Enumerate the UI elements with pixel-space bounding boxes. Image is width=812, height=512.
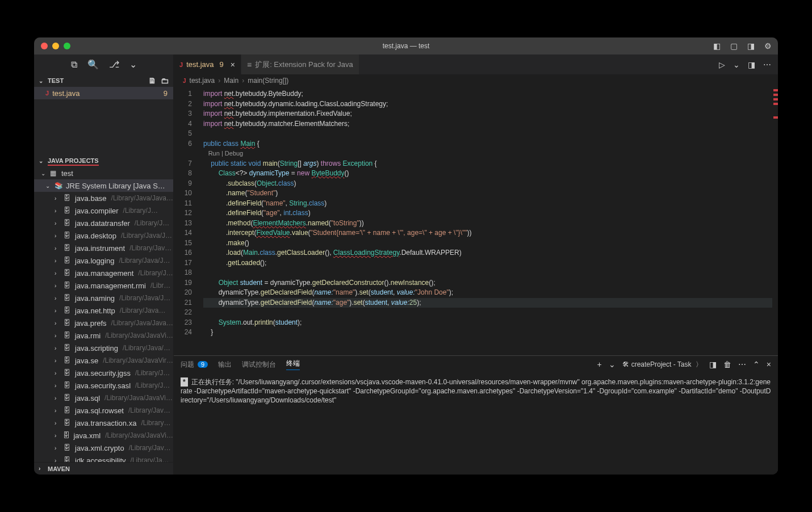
- more-icon[interactable]: ⋯: [738, 360, 746, 369]
- window-title: test.java — test: [383, 42, 430, 50]
- source-control-icon[interactable]: ⎇: [109, 59, 119, 70]
- titlebar[interactable]: test.java — test ◧ ▢ ◨ ⚙: [34, 37, 778, 54]
- close-tab-icon[interactable]: ×: [231, 60, 235, 69]
- code-editor[interactable]: 123456 789101112131415161718192021222324…: [174, 87, 778, 355]
- library-item[interactable]: › 🗄 java.management /Library/J…: [34, 267, 173, 279]
- library-name: java.desktop: [75, 232, 116, 240]
- library-item[interactable]: › 🗄 java.logging /Library/Java/J…: [34, 254, 173, 267]
- panel-chevron-up-icon[interactable]: ⌃: [753, 360, 760, 369]
- more-actions-icon[interactable]: ⋯: [763, 60, 771, 69]
- library-item[interactable]: › 🗄 java.scripting /Library/Java/…: [34, 342, 173, 354]
- library-item[interactable]: › 🗄 java.base /Library/Java/Java…: [34, 192, 173, 204]
- tab-extension-pack[interactable]: ≡ 扩展: Extension Pack for Java: [241, 54, 359, 74]
- panel-tab-problems[interactable]: 问题 9: [181, 360, 208, 370]
- chevron-down-icon: ⌄: [45, 183, 52, 189]
- code-content[interactable]: import net.bytebuddy.ByteBuddy; import n…: [200, 87, 772, 355]
- error-marker[interactable]: [773, 103, 778, 105]
- library-item[interactable]: › 🗄 java.net.http /Library/Java…: [34, 304, 173, 317]
- error-marker[interactable]: [773, 94, 778, 96]
- error-marker[interactable]: [773, 98, 778, 100]
- library-name: java.transaction.xa: [75, 419, 136, 427]
- tab-test-java[interactable]: J test.java 9 ×: [174, 54, 241, 74]
- project-root[interactable]: ⌄ ▦ test: [34, 167, 173, 179]
- jar-icon: 🗄: [64, 282, 73, 289]
- library-item[interactable]: › 🗄 java.security.sasl /Library/J…: [34, 379, 173, 392]
- chevron-right-icon: ›: [55, 395, 61, 401]
- panel-tab-terminal[interactable]: 终端: [286, 359, 300, 370]
- terminal-dropdown-icon[interactable]: ⌄: [609, 360, 616, 369]
- run-icon[interactable]: ▷: [719, 60, 725, 69]
- split-editor-icon[interactable]: ◨: [748, 60, 755, 69]
- breadcrumb-class[interactable]: Main: [224, 77, 238, 85]
- search-icon[interactable]: 🔍: [87, 59, 99, 70]
- jar-icon: 🗄: [64, 356, 73, 364]
- panel-tab-output[interactable]: 输出: [218, 360, 232, 370]
- maven-header[interactable]: › MAVEN: [34, 462, 173, 475]
- maven-label: MAVEN: [48, 465, 70, 472]
- library-item[interactable]: › 🗄 java.compiler /Library/J…: [34, 204, 173, 217]
- library-item[interactable]: › 🗄 java.management.rmi /Libr…: [34, 279, 173, 292]
- chevron-right-icon: ›: [55, 258, 61, 264]
- library-name: java.rmi: [75, 331, 101, 340]
- library-item[interactable]: › 🗄 java.transaction.xa /Library…: [34, 417, 173, 429]
- jar-icon: 🗄: [64, 344, 73, 352]
- maximize-window-button[interactable]: [64, 43, 70, 49]
- breadcrumb-separator: ›: [218, 77, 220, 85]
- library-item[interactable]: › 🗄 java.sql /Library/Java/JavaVi…: [34, 392, 173, 404]
- library-item[interactable]: › 🗄 java.rmi /Library/Java/JavaVi…: [34, 329, 173, 342]
- library-name: java.xml: [73, 431, 101, 440]
- panel-close-icon[interactable]: ×: [767, 360, 771, 369]
- library-item[interactable]: › 🗄 java.sql.rowset /Library/Jav…: [34, 404, 173, 417]
- kill-terminal-icon[interactable]: 🗑: [723, 360, 731, 369]
- library-item[interactable]: › 🗄 java.naming /Library/Java/J…: [34, 292, 173, 304]
- terminal-task-label[interactable]: 🛠 createProject - Task 〉: [622, 360, 702, 370]
- breadcrumb[interactable]: J test.java › Main › main(String[]): [174, 74, 778, 87]
- chevron-right-icon: ›: [55, 408, 61, 414]
- codelens-run-debug[interactable]: Run | Debug: [207, 150, 244, 157]
- library-item[interactable]: › 🗄 java.desktop /Library/Java/J…: [34, 229, 173, 242]
- library-item[interactable]: › 🗄 java.xml /Library/Java/JavaVi…: [34, 429, 173, 442]
- library-item[interactable]: › 🗄 jdk.accessibility /Library/Ja…: [34, 454, 173, 462]
- library-path: /Library/Java/…: [123, 344, 170, 352]
- new-file-icon[interactable]: 🗎: [148, 76, 156, 85]
- java-projects-header[interactable]: ⌄ JAVA PROJECTS: [34, 154, 173, 167]
- layout-panel-icon[interactable]: ▢: [729, 41, 738, 51]
- layout-secondary-icon[interactable]: ◨: [746, 41, 755, 51]
- terminal-content[interactable]: *正在执行任务: "/Users/liuwangyang/.cursor/ext…: [174, 373, 778, 475]
- run-dropdown-icon[interactable]: ⌄: [733, 60, 740, 69]
- jre-system-library[interactable]: ⌄ 📚 JRE System Library [Java S…: [34, 179, 173, 192]
- library-item[interactable]: › 🗄 java.datatransfer /Library/J…: [34, 217, 173, 229]
- chevron-right-icon: ›: [55, 295, 61, 301]
- layout-primary-icon[interactable]: ◧: [712, 41, 721, 51]
- gear-icon[interactable]: ⚙: [763, 41, 772, 51]
- overview-ruler[interactable]: [772, 87, 778, 355]
- chevron-right-icon: ›: [55, 383, 61, 389]
- breadcrumb-method[interactable]: main(String[]): [248, 77, 288, 85]
- library-item[interactable]: › 🗄 java.xml.crypto /Library/Jav…: [34, 442, 173, 454]
- jar-icon: 🗄: [64, 307, 73, 314]
- library-item[interactable]: › 🗄 java.prefs /Library/Java/Java…: [34, 317, 173, 329]
- jar-icon: 🗄: [64, 244, 73, 252]
- error-marker[interactable]: [773, 89, 778, 91]
- chevron-down-icon[interactable]: ⌄: [129, 59, 137, 70]
- error-marker[interactable]: [773, 116, 778, 119]
- new-terminal-icon[interactable]: +: [597, 360, 601, 369]
- library-item[interactable]: › 🗄 java.instrument /Library/Jav…: [34, 242, 173, 254]
- panel-tab-debug-console[interactable]: 调试控制台: [242, 360, 276, 370]
- chevron-right-icon: ›: [55, 345, 61, 351]
- chevron-right-icon: ›: [55, 370, 61, 376]
- chevron-down-icon: ⌄: [41, 170, 48, 177]
- jar-icon: 🗄: [64, 269, 73, 277]
- close-window-button[interactable]: [41, 43, 48, 49]
- new-folder-icon[interactable]: 🗀: [161, 76, 169, 85]
- breadcrumb-file[interactable]: test.java: [190, 77, 215, 85]
- split-terminal-icon[interactable]: ◨: [709, 360, 717, 369]
- minimize-window-button[interactable]: [52, 43, 59, 49]
- explorer-header[interactable]: ⌄ TEST 🗎 🗀: [34, 74, 173, 87]
- library-item[interactable]: › 🗄 java.security.jgss /Library/J…: [34, 367, 173, 379]
- explorer-file-test-java[interactable]: J test.java 9: [34, 87, 173, 99]
- editor-group: J test.java 9 × ≡ 扩展: Extension Pack for…: [174, 54, 778, 475]
- files-icon[interactable]: ⧉: [71, 60, 77, 70]
- library-path: /Library/J…: [135, 369, 170, 377]
- library-item[interactable]: › 🗄 java.se /Library/Java/JavaVir…: [34, 354, 173, 367]
